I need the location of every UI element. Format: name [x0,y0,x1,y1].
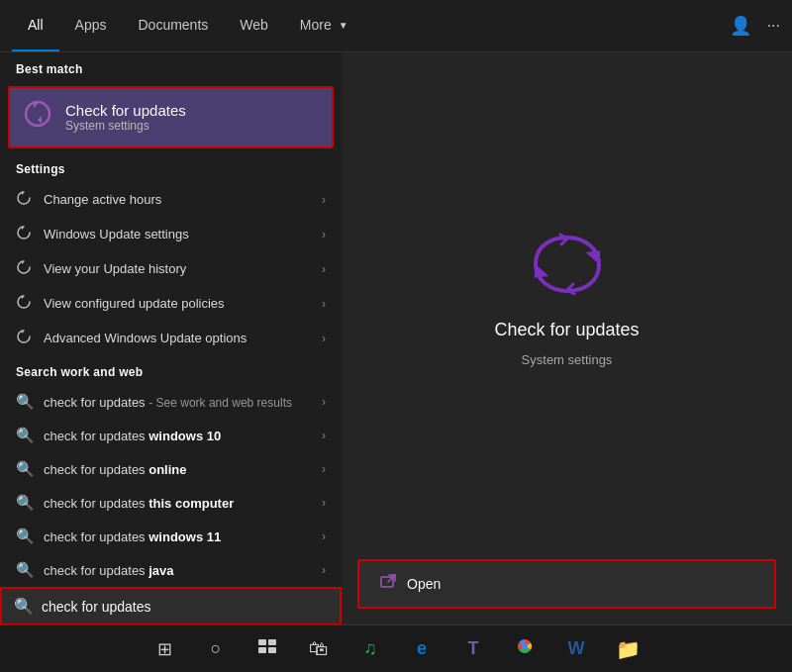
taskbar-word[interactable]: W [558,631,594,667]
preview-title: Check for updates [494,320,639,340]
search-input[interactable] [42,599,328,615]
chevron-right-icon: › [322,228,326,241]
taskbar-edge[interactable]: e [404,631,440,667]
chevron-right-icon: › [322,395,326,409]
search-web-item-text: check for updates java [44,563,312,578]
taskbar-start[interactable]: ⊞ [147,631,182,667]
search-web-label: Search work and web [0,355,342,385]
svg-marker-1 [38,116,42,124]
settings-item-label: Change active hours [44,192,312,207]
search-web-item-text: check for updates online [44,462,312,477]
search-web-item-0[interactable]: 🔍 check for updates - See work and web r… [0,385,342,419]
chevron-right-icon: › [322,262,326,276]
tab-web[interactable]: Web [224,0,284,51]
taskbar-store[interactable]: 🛍 [301,631,337,667]
settings-item-label: View configured update policies [44,296,312,311]
best-match-subtitle: System settings [65,119,186,133]
search-bar-icon: 🔍 [14,597,34,616]
search-taskbar-icon: ○ [211,638,222,659]
chevron-right-icon: › [322,429,326,442]
search-web-item-3[interactable]: 🔍 check for updates this computer › [0,486,342,520]
chrome-icon [514,635,536,662]
search-icon-4: 🔍 [16,528,34,545]
settings-item-windows-update[interactable]: Windows Update settings › [0,217,342,251]
explorer-icon: 📁 [616,637,641,661]
open-icon [379,573,397,595]
preview-subtitle: System settings [522,352,613,367]
chevron-right-icon: › [322,297,326,311]
search-web-item-text: check for updates windows 11 [44,529,312,544]
refresh-small-icon-5 [16,329,34,347]
tab-more[interactable]: More ▼ [284,0,364,51]
preview-refresh-icon [533,230,602,308]
taskbar-teams[interactable]: T [455,631,491,667]
svg-rect-10 [258,639,266,645]
best-match-label: Best match [0,52,342,82]
taskbar-task-view[interactable] [249,631,285,667]
search-bar: 🔍 [0,587,342,624]
search-icon-2: 🔍 [16,460,34,478]
search-web-item-text: check for updates windows 10 [44,429,312,443]
refresh-small-icon-2 [16,225,34,243]
main-content: Best match Check for updates System sett… [0,52,792,624]
search-web-item-5[interactable]: 🔍 check for updates java › [0,553,342,587]
nav-icons: 👤 ··· [730,15,780,37]
search-icon-3: 🔍 [16,494,34,512]
task-view-icon [257,638,277,659]
start-icon: ⊞ [157,638,172,660]
word-icon: W [568,638,585,659]
refresh-small-icon [16,190,34,209]
chevron-right-icon: › [322,529,326,543]
open-label: Open [407,576,441,592]
tab-documents[interactable]: Documents [122,0,224,51]
store-icon: 🛍 [309,637,329,660]
preview-area: Check for updates System settings [342,52,792,543]
svg-rect-12 [258,647,266,653]
tab-apps[interactable]: Apps [59,0,123,51]
open-button[interactable]: Open [357,559,776,609]
taskbar-chrome[interactable] [507,631,543,667]
user-icon[interactable]: 👤 [730,15,751,37]
search-web-item-text: check for updates - See work and web res… [44,395,312,410]
settings-item-label: Windows Update settings [44,227,312,241]
settings-item-update-history[interactable]: View your Update history › [0,251,342,286]
best-match-item[interactable]: Check for updates System settings [8,86,334,148]
chevron-right-icon: › [322,462,326,476]
more-options-icon[interactable]: ··· [767,17,780,35]
tab-all[interactable]: All [12,0,59,51]
svg-rect-13 [268,647,276,653]
chevron-right-icon: › [322,563,326,577]
search-icon-5: 🔍 [16,561,34,579]
refresh-small-icon-4 [16,294,34,313]
taskbar-explorer[interactable]: 📁 [610,631,645,667]
settings-item-label: View your Update history [44,261,312,276]
taskbar-spotify[interactable]: ♫ [352,631,388,667]
right-panel: Check for updates System settings Open [342,52,792,624]
settings-item-label: Advanced Windows Update options [44,331,312,345]
edge-icon: e [417,638,427,659]
svg-rect-11 [268,639,276,645]
search-web-item-1[interactable]: 🔍 check for updates windows 10 › [0,419,342,452]
search-web-item-2[interactable]: 🔍 check for updates online › [0,452,342,486]
chevron-down-icon: ▼ [339,20,348,31]
refresh-small-icon-3 [16,259,34,278]
teams-icon: T [468,638,479,659]
top-nav: All Apps Documents Web More ▼ 👤 ··· [0,0,792,52]
taskbar: ⊞ ○ 🛍 ♫ e T [0,624,792,672]
chevron-right-icon: › [322,193,326,207]
search-web-item-4[interactable]: 🔍 check for updates windows 11 › [0,520,342,553]
chevron-right-icon: › [322,332,326,345]
settings-item-change-active-hours[interactable]: Change active hours › [0,182,342,217]
search-icon-0: 🔍 [16,393,34,411]
chevron-right-icon: › [322,496,326,510]
settings-item-advanced-options[interactable]: Advanced Windows Update options › [0,321,342,355]
settings-item-configured-policies[interactable]: View configured update policies › [0,286,342,321]
search-web-item-text: check for updates this computer [44,496,312,511]
best-match-text: Check for updates System settings [65,102,186,133]
left-panel: Best match Check for updates System sett… [0,52,342,624]
best-match-title: Check for updates [65,102,186,119]
taskbar-search[interactable]: ○ [198,631,234,667]
spotify-icon: ♫ [363,638,377,659]
svg-point-15 [522,643,528,649]
search-icon-1: 🔍 [16,427,34,444]
